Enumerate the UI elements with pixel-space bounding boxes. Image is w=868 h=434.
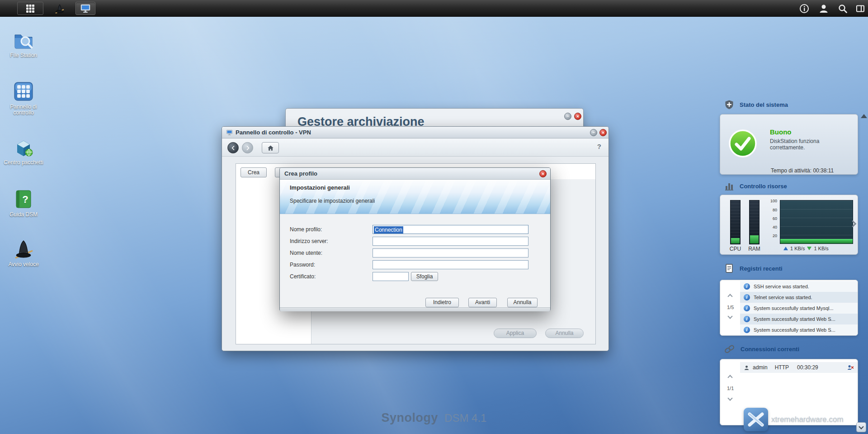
download-arrow-icon (807, 247, 811, 250)
taskbar-help-button[interactable] (799, 3, 809, 14)
desktop: File Station Pannello di controllo Centr… (0, 0, 868, 434)
dialog-header-title: Impostazioni generali (290, 184, 350, 191)
vpn-window-titlebar[interactable]: Pannello di controllo - VPN (222, 127, 609, 138)
dialog-header-band: Impostazioni generali Specificare le imp… (280, 180, 550, 214)
certificate-label: Certificato: (290, 272, 316, 281)
desktop-icon-quick-start[interactable]: Avvio veloce (4, 238, 43, 267)
minimize-button[interactable] (564, 113, 571, 120)
connection-time: 00:30:29 (797, 364, 818, 371)
link-icon (724, 344, 735, 354)
network-chart-area (780, 239, 853, 243)
desktop-icon-label: Centro pacchetti (4, 160, 43, 166)
close-button[interactable] (574, 113, 581, 120)
desktop-icon-label: File Station (4, 52, 43, 58)
taskbar (0, 0, 868, 17)
screen-icon (80, 4, 91, 14)
log-entry[interactable]: System successfully started Web S... (740, 324, 858, 335)
cancel-button-disabled[interactable]: Annulla (545, 329, 584, 338)
desktop-icon-label: Pannello di controllo (4, 104, 43, 116)
package-center-icon (13, 136, 34, 158)
scale-100: 100 (765, 199, 777, 203)
magic-hat-icon (54, 3, 65, 14)
taskbar-search-button[interactable] (838, 3, 848, 14)
dsm-watermark: Synology DSM 4.1 (0, 411, 868, 425)
back-button[interactable] (227, 142, 239, 153)
desktop-icon-package-center[interactable]: Centro pacchetti (4, 136, 43, 166)
user-icon (818, 3, 829, 14)
vpn-help-button[interactable]: ? (597, 143, 601, 150)
ram-label: RAM (747, 246, 761, 252)
network-chart (780, 200, 853, 244)
browse-button[interactable]: Sfoglia (411, 272, 438, 281)
dialog-cancel-button[interactable]: Annulla (507, 298, 538, 307)
username-label: Nome utente: (290, 248, 322, 258)
resource-monitor-title: Controllo risorse (740, 183, 787, 190)
connection-row[interactable]: admin HTTP 00:30:29 (740, 362, 858, 373)
quick-start-hat-icon (13, 238, 34, 260)
back-step-button[interactable]: Indietro (425, 298, 459, 307)
vpn-minimize-button[interactable] (590, 129, 597, 136)
download-rate: 1 KB/s (814, 246, 828, 251)
dialog-titlebar[interactable]: Crea profilo (280, 168, 550, 180)
scale-40: 40 (765, 225, 777, 229)
info-circle-icon (744, 327, 750, 333)
home-button[interactable] (262, 142, 279, 153)
dsm-help-icon: ? (13, 188, 34, 210)
vpn-toolbar: ? (222, 138, 609, 157)
window-title-screen-icon (226, 129, 233, 136)
forward-button[interactable] (242, 142, 253, 153)
disconnect-icon[interactable] (847, 364, 854, 371)
desktop-icon-control-panel[interactable]: Pannello di controllo (4, 81, 43, 116)
taskbar-quick-start-button[interactable] (50, 2, 70, 15)
file-station-icon (13, 29, 34, 51)
log-entry[interactable]: Telnet service was started. (740, 292, 858, 303)
profile-name-input[interactable]: Connection (373, 225, 528, 234)
vpn-close-button[interactable] (599, 129, 607, 136)
create-button[interactable]: Crea (241, 167, 267, 177)
recent-logs-card: 1/5 SSH service was started. Telnet serv… (720, 280, 858, 336)
log-entry[interactable]: System successfully started Mysql... (740, 303, 858, 314)
server-address-input[interactable] (373, 237, 528, 246)
uptime-value: 00:38:11 (813, 167, 834, 174)
connection-user: admin (753, 364, 768, 371)
back-arrow-icon (231, 145, 236, 151)
info-icon (799, 4, 809, 14)
dialog-header-subtitle: Specificare le impostazioni generali (290, 198, 375, 204)
profile-name-label: Nome profilo: (290, 225, 322, 234)
scale-20: 20 (765, 234, 777, 238)
brand-text: Synology (382, 411, 439, 425)
next-step-button[interactable]: Avanti (468, 298, 497, 307)
ram-gauge (749, 200, 760, 244)
dialog-close-button[interactable] (539, 170, 547, 177)
taskbar-user-button[interactable] (818, 3, 829, 14)
connections-page-down-icon[interactable] (727, 396, 732, 401)
pilot-view-icon (856, 4, 865, 13)
info-circle-icon (744, 283, 750, 290)
desktop-icon-file-station[interactable]: File Station (4, 29, 43, 58)
dialog-title: Crea profilo (284, 168, 317, 180)
username-input[interactable] (373, 248, 528, 258)
forward-arrow-icon (245, 145, 250, 151)
create-profile-dialog: Crea profilo Impostazioni generali Speci… (279, 167, 551, 311)
connections-page-up-icon[interactable] (727, 375, 732, 380)
logs-page-up-icon[interactable] (727, 294, 732, 299)
vpn-window-title: Pannello di controllo - VPN (236, 127, 311, 138)
apply-button-disabled[interactable]: Applica (494, 329, 537, 338)
status-value: Buono (770, 128, 791, 136)
widgets-scroll-up[interactable] (861, 114, 867, 118)
taskbar-pilot-view-button[interactable] (856, 3, 865, 14)
uptime-label: Tempo di attività: (771, 167, 811, 174)
logs-page-down-icon[interactable] (727, 314, 732, 319)
log-entry[interactable]: System successfully started Web S... (740, 314, 858, 324)
log-entry[interactable]: SSH service was started. (740, 281, 858, 292)
connections-title: Connessioni correnti (741, 346, 799, 353)
taskbar-control-panel-button[interactable] (75, 2, 95, 15)
desktop-icon-dsm-help[interactable]: ? Guida DSM (4, 188, 43, 218)
search-icon (838, 4, 848, 14)
main-menu-button[interactable] (17, 2, 43, 15)
password-input[interactable] (373, 260, 528, 269)
home-icon (267, 145, 274, 151)
resource-monitor-header: Controllo risorse (724, 181, 787, 191)
dialog-footer-strip (280, 307, 550, 311)
certificate-input[interactable] (373, 272, 409, 281)
